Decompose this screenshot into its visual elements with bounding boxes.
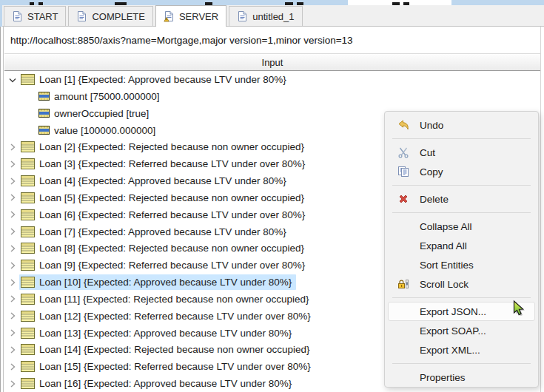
document-icon — [237, 10, 248, 22]
menu-item-properties[interactable]: Properties — [388, 368, 535, 387]
tree-row-body[interactable]: Loan [3] {Expected: Referred because LTV… — [19, 156, 309, 172]
chevron-right-icon[interactable] — [6, 260, 19, 271]
tree-row-body[interactable]: Loan [15] {Expected: Referred because LT… — [19, 359, 315, 374]
tree-item-label: amount [75000.000000] — [54, 91, 160, 102]
chevron-down-icon[interactable] — [6, 74, 19, 86]
tree-row-body[interactable]: Loan [7] {Expected: Approved because LTV… — [19, 224, 291, 240]
menu-item-label: Sort Entities — [420, 260, 474, 271]
menu-item-export-json[interactable]: Export JSON... — [388, 302, 535, 321]
document-icon — [12, 10, 23, 22]
tab-bar: STARTCOMPLETESERVERuntitled_1 — [0, 5, 544, 27]
tree-row[interactable]: Loan [1] {Expected: Approved because LTV… — [4, 71, 540, 88]
menu-separator — [392, 359, 531, 368]
entity-icon — [21, 277, 35, 288]
tree-row-body[interactable]: Loan [12] {Expected: Referred because LT… — [19, 308, 315, 324]
chevron-right-icon[interactable] — [6, 192, 19, 203]
delete-icon — [396, 194, 411, 204]
tree-item-label: Loan [14] {Expected: Rejected because no… — [39, 344, 310, 355]
tab-label: SERVER — [179, 11, 218, 22]
chevron-right-icon[interactable] — [6, 243, 19, 254]
menu-item-label: Export JSON... — [420, 306, 486, 317]
menu-separator-line — [392, 212, 531, 213]
tree-row-body[interactable]: Loan [2] {Expected: Rejected because non… — [19, 139, 309, 155]
tree-row-body[interactable]: Loan [8] {Expected: Rejected because non… — [19, 240, 309, 256]
tab-complete[interactable]: COMPLETE — [68, 6, 153, 26]
tree-item-label: Loan [4] {Expected: Approved because LTV… — [39, 175, 286, 186]
chevron-right-icon[interactable] — [6, 175, 19, 187]
chevron-right-icon[interactable] — [6, 310, 19, 322]
tree-item-label: Loan [8] {Expected: Rejected because non… — [39, 243, 304, 254]
chevron-right-icon[interactable] — [6, 141, 19, 153]
tree-item-label: Loan [3] {Expected: Referred because LTV… — [39, 158, 305, 169]
entity-icon — [21, 311, 35, 322]
menu-item-label: Delete — [420, 194, 449, 205]
tree-row-body[interactable]: Loan [9] {Expected: Referred because LTV… — [19, 257, 309, 273]
menu-item-delete[interactable]: Delete — [388, 189, 535, 209]
tree-row[interactable]: amount [75000.000000] — [4, 88, 540, 105]
tab-server[interactable]: SERVER — [155, 5, 226, 27]
tree-item-label: Loan [10] {Expected: Approved because LT… — [39, 277, 292, 288]
menu-item-copy[interactable]: Copy — [388, 162, 535, 181]
tree-item-label: Loan [7] {Expected: Approved because LTV… — [39, 226, 286, 237]
tree-row-body[interactable]: Loan [6] {Expected: Referred because LTV… — [19, 207, 309, 223]
entity-icon — [21, 328, 35, 339]
menu-item-scroll-lock[interactable]: Scroll Lock — [388, 274, 535, 294]
menu-item-collapse-all[interactable]: Collapse All — [388, 217, 535, 236]
menu-separator — [392, 135, 531, 143]
entity-icon — [21, 226, 35, 237]
entity-icon — [21, 294, 35, 305]
menu-item-expand-all[interactable]: Expand All — [388, 236, 535, 255]
tree-row-body[interactable]: Loan [5] {Expected: Rejected because non… — [19, 190, 309, 206]
service-url-text: http://localhost:8850/axis?name=Mortgage… — [10, 35, 353, 46]
menu-separator — [392, 209, 531, 217]
chevron-right-icon[interactable] — [6, 293, 19, 305]
menu-item-label: Undo — [420, 120, 443, 131]
tree-row-body[interactable]: Loan [14] {Expected: Rejected because no… — [19, 342, 315, 357]
menu-item-export-xml[interactable]: Export XML... — [388, 340, 535, 359]
chevron-right-icon[interactable] — [6, 158, 19, 170]
panel-left-border — [0, 27, 4, 392]
tree-row-body[interactable]: value [100000.000000] — [37, 123, 160, 138]
chevron-right-icon[interactable] — [6, 378, 19, 390]
menu-separator-line — [392, 185, 531, 186]
chevron-right-icon[interactable] — [6, 226, 19, 237]
menu-item-label: Cut — [420, 147, 435, 158]
entity-icon — [21, 209, 35, 220]
clipped-upper-active-tab — [348, 0, 451, 5]
tree-item-label: Loan [5] {Expected: Rejected because non… — [39, 192, 304, 203]
chevron-right-icon[interactable] — [6, 327, 19, 339]
document-warning-icon — [164, 10, 175, 22]
menu-item-export-soap[interactable]: Export SOAP... — [388, 321, 535, 340]
cut-icon — [396, 146, 411, 158]
context-menu: UndoCutCopyDeleteCollapse AllExpand AllS… — [384, 111, 539, 388]
chevron-right-icon[interactable] — [6, 361, 19, 373]
tree-item-label: value [100000.000000] — [54, 125, 155, 136]
field-icon — [38, 126, 50, 135]
tree-row-body[interactable]: Loan [13] {Expected: Approved because LT… — [19, 325, 296, 341]
tree-row-body[interactable]: Loan [1] {Expected: Approved because LTV… — [19, 72, 291, 87]
menu-item-cut[interactable]: Cut — [388, 143, 535, 162]
tab-start[interactable]: START — [4, 6, 66, 26]
chevron-right-icon[interactable] — [6, 344, 19, 356]
tree-row-body[interactable]: ownerOccupied [true] — [37, 106, 153, 121]
tree-item-label: Loan [11] {Expected: Rejected because no… — [39, 294, 309, 305]
tree-row-body[interactable]: amount [75000.000000] — [37, 89, 164, 104]
entity-icon — [21, 260, 35, 271]
chevron-right-icon[interactable] — [6, 277, 19, 288]
tree-item-label: Loan [16] {Expected: Approved because LT… — [39, 378, 292, 389]
tree-row-body[interactable]: Loan [10] {Expected: Approved because LT… — [19, 274, 296, 290]
menu-separator-line — [392, 138, 531, 139]
tree-row-body[interactable]: Loan [4] {Expected: Approved because LTV… — [19, 173, 291, 189]
undo-icon — [396, 119, 411, 131]
tree-row-body[interactable]: Loan [11] {Expected: Rejected because no… — [19, 291, 314, 307]
menu-separator — [392, 294, 531, 302]
tree-row-body[interactable]: Loan [16] {Expected: Approved because LT… — [19, 376, 296, 391]
tab-untitled-1[interactable]: untitled_1 — [229, 6, 302, 26]
menu-item-label: Export SOAP... — [420, 325, 486, 337]
menu-item-undo[interactable]: Undo — [388, 115, 535, 135]
tree-item-label: Loan [15] {Expected: Referred because LT… — [39, 361, 311, 372]
chevron-right-icon[interactable] — [6, 209, 19, 220]
menu-item-sort-entities[interactable]: Sort Entities — [388, 255, 535, 274]
input-column-header[interactable]: Input — [4, 53, 540, 71]
tab-label: COMPLETE — [92, 11, 145, 22]
